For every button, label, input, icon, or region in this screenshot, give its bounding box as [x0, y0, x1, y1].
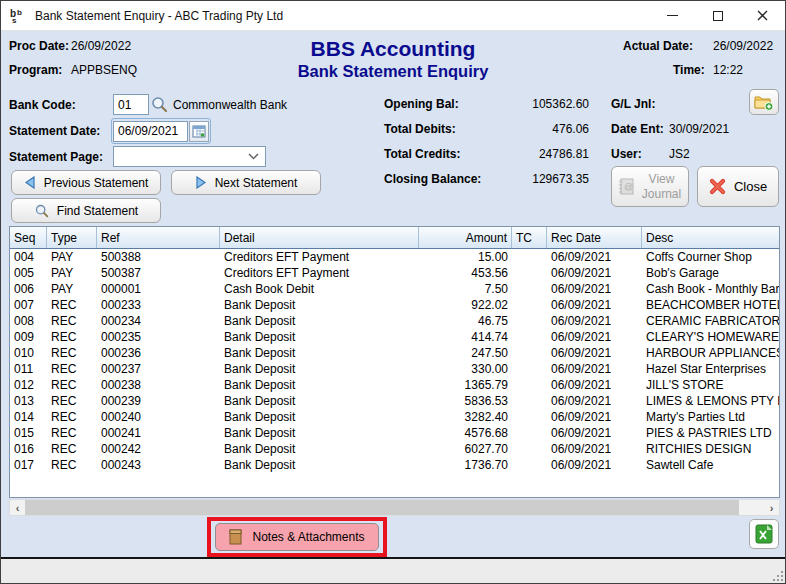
table-cell: Bank Deposit — [220, 377, 419, 393]
table-row[interactable]: 014REC000240Bank Deposit3282.4006/09/202… — [10, 409, 779, 425]
table-cell: 7.50 — [419, 281, 512, 297]
column-header[interactable]: Amount — [419, 227, 512, 248]
table-row[interactable]: 008REC000234Bank Deposit46.7506/09/2021C… — [10, 313, 779, 329]
table-cell: 000241 — [97, 425, 220, 441]
arrow-left-icon — [24, 176, 36, 189]
table-cell — [512, 297, 547, 313]
statement-page-select[interactable] — [113, 146, 266, 167]
table-row[interactable]: 007REC000233Bank Deposit922.0206/09/2021… — [10, 297, 779, 313]
table-row[interactable]: 016REC000242Bank Deposit6027.7006/09/202… — [10, 441, 779, 457]
total-credits-value: 24786.81 — [461, 147, 589, 161]
table-cell: PIES & PASTRIES LTD — [642, 425, 779, 441]
notes-attachments-button[interactable]: Notes & Attachments — [215, 523, 379, 551]
arrow-right-icon — [195, 176, 207, 189]
table-cell: Bank Deposit — [220, 393, 419, 409]
screen-title: Bank Statement Enquiry — [1, 62, 785, 81]
table-cell: 000242 — [97, 441, 220, 457]
search-icon — [34, 203, 49, 218]
table-cell: RITCHIES DESIGN — [642, 441, 779, 457]
table-cell: 000234 — [97, 313, 220, 329]
table-row[interactable]: 004PAY500388Creditors EFT Payment15.0006… — [10, 249, 779, 265]
table-row[interactable]: 010REC000236Bank Deposit247.5006/09/2021… — [10, 345, 779, 361]
table-row[interactable]: 011REC000237Bank Deposit330.0006/09/2021… — [10, 361, 779, 377]
scrollbar-thumb[interactable] — [25, 500, 739, 515]
table-row[interactable]: 005PAY500387Creditors EFT Payment453.560… — [10, 265, 779, 281]
minimize-button[interactable] — [650, 1, 695, 30]
column-header[interactable]: Ref — [97, 227, 220, 248]
table-cell: HARBOUR APPLIANCES — [642, 345, 779, 361]
note-icon — [229, 529, 242, 545]
table-cell: 009 — [10, 329, 47, 345]
export-excel-button[interactable] — [749, 519, 779, 549]
table-cell: REC — [47, 425, 97, 441]
table-cell: 000237 — [97, 361, 220, 377]
table-row[interactable]: 009REC000235Bank Deposit414.7406/09/2021… — [10, 329, 779, 345]
table-cell: 46.75 — [419, 313, 512, 329]
table-cell: REC — [47, 297, 97, 313]
calendar-button[interactable] — [189, 121, 209, 142]
opening-bal-label: Opening Bal: — [384, 97, 459, 111]
add-journal-attachment-button[interactable] — [749, 89, 779, 115]
user-value: JS2 — [669, 147, 690, 161]
table-cell: 06/09/2021 — [547, 345, 642, 361]
table-cell: 5836.53 — [419, 393, 512, 409]
table-cell: PAY — [47, 281, 97, 297]
table-cell: 000236 — [97, 345, 220, 361]
column-header[interactable]: TC — [512, 227, 547, 248]
maximize-button[interactable] — [695, 1, 740, 30]
table-row[interactable]: 006PAY000001Cash Book Debit7.5006/09/202… — [10, 281, 779, 297]
statement-table-header: SeqTypeRefDetailAmountTCRec DateDesc — [10, 227, 779, 249]
resize-grip[interactable] — [773, 571, 783, 581]
close-x-icon — [709, 178, 726, 195]
column-header[interactable]: Rec Date — [547, 227, 642, 248]
opening-bal-value: 105362.60 — [461, 97, 589, 111]
table-cell — [512, 425, 547, 441]
column-header[interactable]: Detail — [220, 227, 419, 248]
table-cell — [512, 441, 547, 457]
previous-statement-label: Previous Statement — [44, 176, 149, 190]
table-cell: REC — [47, 457, 97, 473]
scroll-right-arrow[interactable]: › — [764, 500, 779, 515]
table-cell: 06/09/2021 — [547, 281, 642, 297]
table-cell: 016 — [10, 441, 47, 457]
table-cell: 013 — [10, 393, 47, 409]
table-cell: PAY — [47, 265, 97, 281]
scroll-left-arrow[interactable]: ‹ — [10, 500, 25, 515]
table-cell: 010 — [10, 345, 47, 361]
table-row[interactable]: 015REC000241Bank Deposit4576.6806/09/202… — [10, 425, 779, 441]
search-icon — [150, 95, 168, 113]
app-icon: b b s — [9, 7, 27, 25]
bank-code-input[interactable]: 01 — [113, 94, 149, 115]
close-button[interactable]: Close — [697, 166, 779, 207]
table-cell — [512, 249, 547, 265]
bank-code-lookup-button[interactable] — [150, 95, 168, 117]
find-statement-button[interactable]: Find Statement — [11, 198, 161, 223]
table-cell: 017 — [10, 457, 47, 473]
table-cell: REC — [47, 329, 97, 345]
statement-date-input[interactable]: 06/09/2021 — [113, 121, 188, 142]
column-header[interactable]: Type — [47, 227, 97, 248]
table-cell: 011 — [10, 361, 47, 377]
column-header[interactable]: Seq — [10, 227, 47, 248]
table-cell: 06/09/2021 — [547, 441, 642, 457]
table-row[interactable]: 013REC000239Bank Deposit5836.5306/09/202… — [10, 393, 779, 409]
svg-text:b: b — [17, 8, 22, 17]
table-cell: Bank Deposit — [220, 441, 419, 457]
table-cell: 6027.70 — [419, 441, 512, 457]
table-cell: 004 — [10, 249, 47, 265]
next-statement-button[interactable]: Next Statement — [171, 170, 321, 195]
previous-statement-button[interactable]: Previous Statement — [11, 170, 161, 195]
table-cell: 414.74 — [419, 329, 512, 345]
chevron-down-icon — [248, 153, 259, 160]
horizontal-scrollbar[interactable]: ‹ › — [9, 499, 780, 516]
total-debits-value: 476.06 — [461, 122, 589, 136]
table-row[interactable]: 017REC000243Bank Deposit1736.7006/09/202… — [10, 457, 779, 473]
table-row[interactable]: 012REC000238Bank Deposit1365.7906/09/202… — [10, 377, 779, 393]
table-cell: BEACHCOMBER HOTEL — [642, 297, 779, 313]
column-header[interactable]: Desc — [642, 227, 779, 248]
close-window-button[interactable] — [740, 1, 785, 30]
table-cell: Bank Deposit — [220, 297, 419, 313]
time-label: Time: — [673, 63, 705, 77]
table-cell: 000235 — [97, 329, 220, 345]
view-journal-button[interactable]: @ View Journal — [611, 166, 689, 207]
